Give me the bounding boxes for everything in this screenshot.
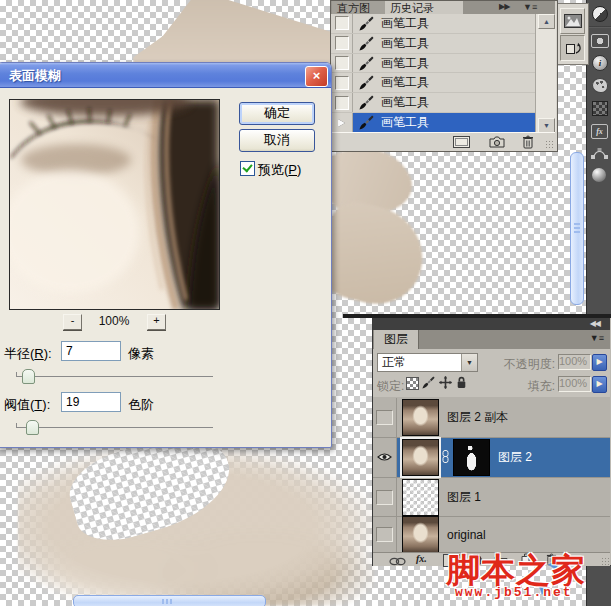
- brush-tool-icon: [359, 36, 374, 51]
- new-document-from-state-icon[interactable]: [453, 136, 470, 151]
- checkmark-icon: [242, 162, 252, 173]
- lock-all-icon[interactable]: [456, 376, 467, 392]
- tab-histogram[interactable]: 直方图: [332, 1, 389, 14]
- layer-row[interactable]: 图层 2 副本: [373, 398, 610, 438]
- panel-resize-grip[interactable]: [545, 140, 554, 149]
- icon-part: [335, 16, 349, 30]
- visibility-toggle[interactable]: [373, 398, 397, 437]
- styles-panel-icon[interactable]: fx: [591, 124, 608, 139]
- icon-part: [335, 56, 349, 70]
- slider-thumb[interactable]: [22, 369, 35, 384]
- close-icon[interactable]: ×: [305, 66, 328, 87]
- history-state-row-selected[interactable]: 画笔工具: [331, 113, 535, 132]
- layer-name[interactable]: original: [447, 528, 486, 542]
- set-source-well[interactable]: [331, 54, 353, 73]
- layers-controls: 正常 ▼ 不透明度: 100% ▶ 锁定: 填充: 100% ▶: [373, 349, 610, 398]
- paths-panel-icon[interactable]: [590, 146, 609, 164]
- layers-panel-titlebar[interactable]: ◀◀: [373, 318, 610, 330]
- tab-history[interactable]: 历史记录: [385, 1, 463, 14]
- icon-part: [376, 527, 393, 542]
- filter-preview-image[interactable]: [9, 99, 220, 310]
- layer-thumbnail[interactable]: [402, 439, 439, 476]
- document-horizontal-scrollbar[interactable]: [73, 595, 266, 606]
- fill-slider-popup-button[interactable]: ▶: [592, 376, 607, 393]
- color-panel-icon[interactable]: [592, 78, 608, 93]
- lock-transparency-icon[interactable]: [406, 377, 419, 390]
- current-state-pointer[interactable]: [331, 113, 353, 132]
- swatches-panel-icon[interactable]: [592, 101, 608, 116]
- blend-mode-value: 正常: [382, 355, 406, 370]
- navigator-panel-icon[interactable]: [560, 8, 585, 34]
- history-state-row[interactable]: 画笔工具: [331, 14, 535, 34]
- layer-row[interactable]: 图层 1: [373, 478, 610, 517]
- threshold-input[interactable]: [61, 392, 121, 412]
- cancel-button[interactable]: 取消: [239, 129, 315, 152]
- preview-label: 预览(P): [258, 161, 301, 179]
- history-state-row[interactable]: 画笔工具: [331, 93, 535, 113]
- zoom-out-button[interactable]: -: [63, 314, 82, 330]
- visibility-toggle[interactable]: [373, 478, 397, 516]
- layer-name[interactable]: 图层 2 副本: [447, 409, 508, 426]
- set-source-well[interactable]: [331, 93, 353, 112]
- history-panel-icon[interactable]: [560, 35, 585, 61]
- opacity-field[interactable]: 100%: [558, 354, 591, 370]
- panel-resize-grip[interactable]: [601, 557, 609, 565]
- set-source-well[interactable]: [331, 14, 353, 33]
- fill-field[interactable]: 100%: [558, 376, 591, 392]
- threshold-unit: 色阶: [128, 396, 154, 414]
- icon-part: [335, 36, 349, 50]
- fill-label: 填充:: [483, 378, 555, 395]
- info-panel-icon[interactable]: i: [592, 55, 608, 71]
- threshold-slider[interactable]: [16, 420, 213, 434]
- visibility-toggle[interactable]: [373, 438, 397, 477]
- slider-thumb[interactable]: [26, 420, 39, 435]
- masks-panel-icon[interactable]: [591, 34, 609, 48]
- panel-menu-icon[interactable]: ▼≡: [590, 333, 604, 343]
- ok-button[interactable]: 确定: [239, 102, 315, 125]
- layer-thumbnail[interactable]: [402, 516, 439, 553]
- layer-mask-thumbnail[interactable]: [453, 439, 490, 476]
- layer-style-icon[interactable]: fx.: [416, 553, 427, 564]
- adjustments-panel-icon[interactable]: [592, 6, 608, 22]
- layer-thumbnail[interactable]: [402, 399, 439, 436]
- history-state-row[interactable]: 画笔工具: [331, 73, 535, 93]
- scroll-up-button[interactable]: ▲: [538, 14, 555, 29]
- document-vertical-scrollbar[interactable]: [570, 152, 584, 305]
- collapse-panel-icon[interactable]: ◀◀: [590, 319, 600, 328]
- history-state-row[interactable]: 画笔工具: [331, 34, 535, 54]
- scrollbar-grip: [574, 223, 580, 235]
- layer-row-selected[interactable]: 图层 2: [373, 438, 610, 478]
- chevron-down-icon[interactable]: ▼: [461, 354, 477, 371]
- scroll-down-button[interactable]: ▼: [538, 118, 555, 133]
- lock-paint-icon[interactable]: [422, 376, 435, 392]
- collapse-arrows-icon[interactable]: ▶▶: [499, 2, 509, 11]
- preview-checkbox[interactable]: [240, 161, 255, 176]
- layer-row[interactable]: original: [373, 517, 610, 552]
- dialog-title: 表面模糊: [9, 67, 61, 85]
- history-state-list: 画笔工具 画笔工具 画笔工具 画笔工具 画笔工具: [331, 14, 535, 132]
- tab-layers[interactable]: 图层: [374, 330, 419, 349]
- layer-name[interactable]: 图层 1: [447, 489, 481, 506]
- new-snapshot-icon[interactable]: [489, 136, 505, 151]
- link-layers-icon[interactable]: [389, 555, 406, 569]
- 3d-panel-icon[interactable]: [592, 168, 606, 182]
- surface-blur-dialog: 表面模糊 ×: [0, 62, 332, 448]
- history-state-row[interactable]: 画笔工具: [331, 54, 535, 74]
- layer-thumbnail[interactable]: [402, 479, 439, 516]
- delete-state-icon[interactable]: [522, 135, 534, 152]
- layer-name[interactable]: 图层 2: [498, 449, 532, 466]
- visibility-toggle[interactable]: [373, 517, 397, 552]
- opacity-slider-popup-button[interactable]: ▶: [592, 354, 607, 371]
- radius-input[interactable]: [61, 341, 121, 361]
- lock-position-icon[interactable]: [439, 376, 452, 392]
- state-pointer-icon: [338, 119, 345, 127]
- set-source-well[interactable]: [331, 73, 353, 92]
- zoom-in-button[interactable]: +: [147, 314, 166, 330]
- history-scrollbar[interactable]: ▲ ▼: [535, 14, 556, 132]
- radius-slider[interactable]: [16, 369, 213, 383]
- dialog-titlebar[interactable]: 表面模糊: [0, 63, 331, 88]
- mask-link-icon[interactable]: [442, 450, 449, 466]
- blend-mode-dropdown[interactable]: 正常 ▼: [377, 353, 478, 372]
- set-source-well[interactable]: [331, 34, 353, 53]
- panel-menu-icon[interactable]: ▼≡: [523, 2, 537, 12]
